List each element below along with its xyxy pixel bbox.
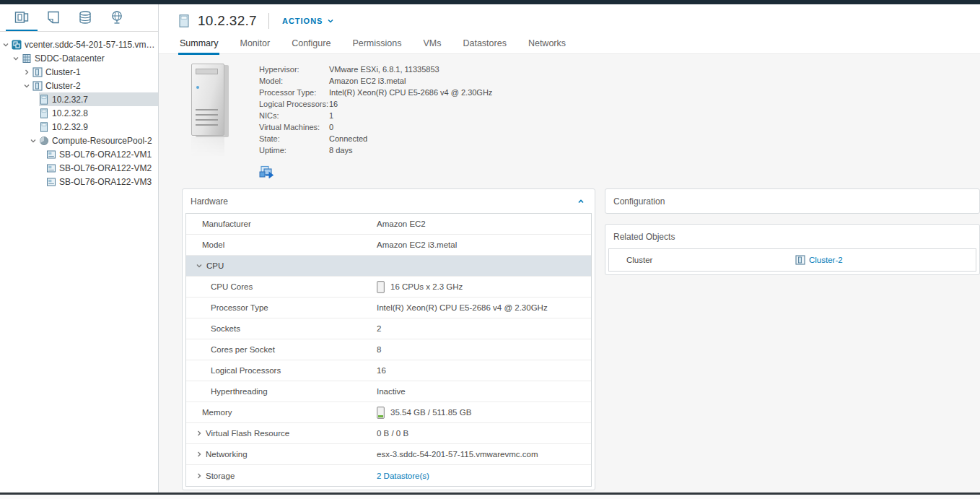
tree-item-label: Compute-ResourcePool-2 xyxy=(52,136,152,146)
summary-fields: Hypervisor:VMware ESXi, 6.8.1, 11335853 … xyxy=(259,64,492,156)
chevron-down-icon[interactable] xyxy=(29,136,38,145)
chevron-down-icon[interactable] xyxy=(195,261,204,270)
table-row-storage[interactable]: Storage 2 Datastore(s) xyxy=(186,465,591,486)
cluster-icon xyxy=(32,67,43,77)
host-summary-block: Hypervisor:VMware ESXi, 6.8.1, 11335853 … xyxy=(159,54,980,188)
related-objects-panel: Related Objects Cluster Cluster-2 xyxy=(605,224,980,275)
hardware-table: Manufacturer Amazon EC2 Model Amazon EC2… xyxy=(185,213,592,487)
tab-networks[interactable]: Networks xyxy=(527,35,567,55)
tab-vms[interactable]: VMs xyxy=(421,35,442,55)
tab-summary[interactable]: Summary xyxy=(178,35,219,55)
field-label: NICs: xyxy=(259,110,329,121)
panel-title: Configuration xyxy=(613,196,665,207)
chevron-right-icon[interactable] xyxy=(22,68,31,77)
inventory-tree: vcenter.sddc-54-201-57-115.vmware... SDD… xyxy=(0,32,158,188)
tree-item-label: SB-OL76-ORA122-VM1 xyxy=(59,149,152,160)
field-value: 0 xyxy=(329,121,492,133)
field-label: Processor Type: xyxy=(259,87,329,98)
chevron-down-icon xyxy=(327,17,334,25)
cluster-link[interactable]: Cluster-2 xyxy=(809,256,843,264)
tree-item-cluster-1[interactable]: Cluster-1 xyxy=(0,65,158,79)
cluster-icon xyxy=(795,255,805,265)
cluster-icon xyxy=(32,81,43,91)
networking-icon[interactable] xyxy=(101,4,133,31)
host-icon xyxy=(179,14,189,27)
field-value: 1 xyxy=(329,110,492,121)
tree-item-host-10-2-32-7[interactable]: 10.2.32.7 xyxy=(0,92,158,106)
divider xyxy=(268,13,269,29)
migrate-vms-icon[interactable] xyxy=(259,165,275,178)
tree-item-cluster-2[interactable]: Cluster-2 xyxy=(0,79,158,92)
field-value: Connected xyxy=(329,133,492,144)
page-title: 10.2.32.7 xyxy=(198,13,257,29)
collapse-panel-icon[interactable] xyxy=(577,197,585,206)
tree-item-label: SB-OL76-ORA122-VM2 xyxy=(59,163,152,173)
tree-item-label: 10.2.32.9 xyxy=(52,122,88,132)
field-value: 16 xyxy=(329,98,492,110)
tree-item-datacenter[interactable]: SDDC-Datacenter xyxy=(0,51,158,65)
tab-permissions[interactable]: Permissions xyxy=(351,35,403,55)
related-objects-table: Cluster Cluster-2 xyxy=(608,248,976,272)
table-row-cluster: Cluster Cluster-2 xyxy=(609,249,976,271)
datastores-link[interactable]: 2 Datastore(s) xyxy=(377,472,429,480)
tab-datastores[interactable]: Datastores xyxy=(461,35,507,55)
panel-title: Related Objects xyxy=(613,232,675,242)
tab-bar: Summary Monitor Configure Permissions VM… xyxy=(159,35,980,55)
field-label: Hypervisor: xyxy=(259,64,329,75)
table-row-virtual-flash[interactable]: Virtual Flash Resource 0 B / 0 B xyxy=(186,423,591,444)
chevron-right-icon[interactable] xyxy=(195,472,204,480)
object-header: 10.2.32.7 ACTIONS Summary Monitor Config… xyxy=(159,4,980,54)
host-icon xyxy=(39,95,49,105)
tab-configure[interactable]: Configure xyxy=(290,35,332,55)
tree-item-vm1[interactable]: SB-OL76-ORA122-VM1 xyxy=(0,147,158,161)
table-row-processor-type: Processor Type Intel(R) Xeon(R) CPU E5-2… xyxy=(186,298,591,318)
vcenter-icon xyxy=(12,40,22,50)
field-label: Uptime: xyxy=(259,144,329,156)
tree-item-label: vcenter.sddc-54-201-57-115.vmware... xyxy=(25,40,157,50)
actions-button[interactable]: ACTIONS xyxy=(282,17,335,25)
configuration-panel: Configuration xyxy=(605,188,980,214)
tree-item-resource-pool[interactable]: Compute-ResourcePool-2 xyxy=(0,134,158,147)
vsphere-client-window: vcenter.sddc-54-201-57-115.vmware... SDD… xyxy=(0,0,980,499)
chevron-down-icon[interactable] xyxy=(12,54,20,63)
chevron-down-icon[interactable] xyxy=(22,82,31,90)
field-label: State: xyxy=(259,133,329,144)
table-row-hyperthreading: Hyperthreading Inactive xyxy=(186,381,591,402)
table-section-cpu[interactable]: CPU xyxy=(186,256,591,277)
table-row-manufacturer: Manufacturer Amazon EC2 xyxy=(186,214,591,235)
host-icon xyxy=(39,122,49,132)
tree-item-vm2[interactable]: SB-OL76-ORA122-VM2 xyxy=(0,161,158,175)
table-row-cpu-cores: CPU Cores 16 CPUs x 2.3 GHz xyxy=(186,277,591,298)
actions-label: ACTIONS xyxy=(282,17,323,25)
tab-monitor[interactable]: Monitor xyxy=(238,35,271,55)
table-row-sockets: Sockets 2 xyxy=(186,318,591,339)
field-value: Amazon EC2 i3.metal xyxy=(329,75,492,87)
server-image xyxy=(191,64,239,188)
field-value: 8 days xyxy=(329,144,492,156)
vm-icon xyxy=(46,177,56,187)
tree-item-host-10-2-32-9[interactable]: 10.2.32.9 xyxy=(0,120,158,134)
resource-pool-icon xyxy=(39,136,49,146)
table-row-networking[interactable]: Networking esx-3.sddc-54-201-57-115.vmwa… xyxy=(186,444,591,465)
tree-item-label: Cluster-2 xyxy=(45,81,81,91)
field-value: Intel(R) Xeon(R) CPU E5-2686 v4 @ 2.30GH… xyxy=(329,87,492,98)
storage-icon[interactable] xyxy=(69,4,101,31)
table-row-cores-per-socket: Cores per Socket 8 xyxy=(186,339,591,360)
tree-item-label: SB-OL76-ORA122-VM3 xyxy=(59,177,152,187)
tree-item-vcenter[interactable]: vcenter.sddc-54-201-57-115.vmware... xyxy=(0,38,158,51)
tree-item-label: 10.2.32.8 xyxy=(52,108,88,118)
chevron-right-icon[interactable] xyxy=(195,450,204,459)
tree-item-vm3[interactable]: SB-OL76-ORA122-VM3 xyxy=(0,175,158,188)
panel-title: Hardware xyxy=(191,196,228,207)
field-value: VMware ESXi, 6.8.1, 11335853 xyxy=(329,64,492,75)
chevron-down-icon[interactable] xyxy=(1,40,10,49)
vms-and-templates-icon[interactable] xyxy=(38,4,69,31)
tree-item-label: Cluster-1 xyxy=(45,67,81,77)
bottom-light-strip xyxy=(0,495,980,499)
chevron-right-icon[interactable] xyxy=(195,429,204,438)
vm-icon xyxy=(46,163,56,173)
tree-item-host-10-2-32-8[interactable]: 10.2.32.8 xyxy=(0,106,158,120)
hosts-and-clusters-icon[interactable] xyxy=(6,4,38,31)
tree-item-label: 10.2.32.7 xyxy=(52,95,88,105)
vm-icon xyxy=(46,149,56,160)
